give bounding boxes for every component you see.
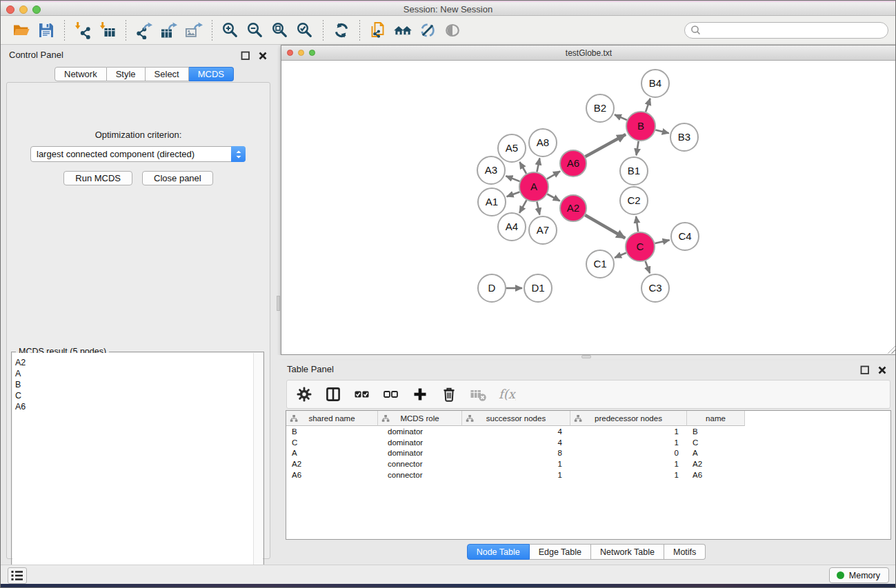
add-column-button[interactable]	[408, 383, 432, 405]
node-A6[interactable]: A6	[560, 150, 586, 176]
main-area: Control Panel NetworkStyleSelectMCDS Opt…	[1, 45, 895, 565]
memory-button[interactable]: Memory	[829, 567, 889, 583]
node-B4[interactable]: B4	[641, 70, 669, 97]
export-network-button[interactable]	[132, 19, 157, 42]
delete-column-icon	[440, 385, 458, 403]
edge-B-B1	[637, 141, 639, 156]
import-network-button[interactable]	[70, 19, 95, 42]
close-panel-button[interactable]: Close panel	[142, 171, 213, 185]
mcds-result-item[interactable]: B	[15, 379, 253, 390]
tab-edge-table[interactable]: Edge Table	[530, 544, 591, 560]
mcds-result-item[interactable]: A6	[15, 401, 253, 412]
node-A1[interactable]: A1	[478, 188, 506, 216]
table-row[interactable]: Bdominator41B	[286, 426, 890, 437]
table-cell: 4	[462, 438, 570, 447]
table-cell: 8	[462, 449, 570, 457]
node-B[interactable]: B	[626, 112, 655, 141]
column-header-predecessor-nodes[interactable]: predecessor nodes	[570, 411, 687, 426]
table-cell: A6	[687, 471, 745, 479]
select-all-checkboxes-button[interactable]	[350, 383, 374, 405]
node-A8[interactable]: A8	[529, 129, 557, 156]
deselect-all-checkboxes-button[interactable]	[379, 383, 403, 405]
node-D[interactable]: D	[478, 274, 506, 302]
homes-button[interactable]	[390, 19, 415, 42]
zoom-out-icon	[246, 21, 264, 39]
float-panel-icon[interactable]	[239, 50, 252, 62]
mcds-result-item[interactable]: A	[15, 368, 253, 379]
column-header-shared-name[interactable]: shared name	[286, 411, 378, 426]
run-mcds-button[interactable]: Run MCDS	[63, 171, 132, 185]
export-table-button[interactable]	[157, 19, 181, 42]
table-row[interactable]: Cdominator41C	[286, 437, 890, 448]
optimization-criterion-dropdown[interactable]: largest connected component (directed)	[30, 146, 246, 162]
node-D1[interactable]: D1	[524, 274, 552, 302]
search-field[interactable]	[684, 22, 888, 39]
svg-text:A: A	[530, 181, 537, 192]
export-image-button[interactable]	[181, 19, 206, 42]
node-A4[interactable]: A4	[498, 213, 526, 241]
zoom-in-button[interactable]	[218, 19, 243, 42]
refresh-button[interactable]	[329, 19, 354, 42]
node-C1[interactable]: C1	[586, 250, 614, 278]
column-header-successor-nodes[interactable]: successor nodes	[462, 411, 570, 426]
node-A[interactable]: A	[519, 172, 548, 201]
control-panel: Control Panel NetworkStyleSelectMCDS Opt…	[1, 45, 276, 565]
resize-grip[interactable]	[888, 346, 895, 354]
control-panel-tabs: NetworkStyleSelectMCDS	[54, 67, 234, 81]
network-canvas[interactable]: B4B2BB3A8A5A6A3B1AC2A1A2A4A7C4CC1C3DD1	[281, 61, 896, 354]
show-graphics-details-button[interactable]	[440, 19, 465, 42]
mcds-result-item[interactable]: A2	[15, 357, 253, 368]
toggle-columns-button[interactable]	[321, 383, 345, 405]
svg-text:C1: C1	[593, 258, 606, 270]
tab-motifs[interactable]: Motifs	[664, 544, 706, 560]
node-C3[interactable]: C3	[641, 274, 669, 302]
float-panel-icon[interactable]	[859, 364, 871, 376]
column-header-name[interactable]: name	[687, 411, 745, 426]
scrollbar[interactable]	[253, 353, 263, 588]
toolbar-separator	[126, 20, 126, 41]
save-session-button[interactable]	[34, 19, 59, 42]
node-B1[interactable]: B1	[620, 157, 648, 185]
node-B3[interactable]: B3	[670, 123, 698, 151]
delete-column-button[interactable]	[437, 383, 461, 405]
settings-gear-button[interactable]	[292, 383, 316, 405]
zoom-selected-button[interactable]	[292, 19, 317, 42]
node-A5[interactable]: A5	[498, 134, 526, 162]
os-titlebar: Session: New Session	[1, 1, 895, 16]
svg-text:C4: C4	[678, 230, 691, 242]
node-A2[interactable]: A2	[560, 195, 586, 221]
column-header-MCDS-role[interactable]: MCDS role	[378, 411, 462, 426]
import-table-button[interactable]	[95, 19, 120, 42]
panel-list-button[interactable]	[8, 567, 27, 584]
zoom-selected-icon	[296, 21, 314, 39]
table-cell: 1	[570, 438, 687, 447]
hide-graphics-details-button[interactable]	[415, 19, 440, 42]
table-cell: C	[687, 438, 745, 447]
tab-mcds[interactable]: MCDS	[189, 67, 234, 81]
zoom-fit-button[interactable]	[268, 19, 292, 42]
search-input[interactable]	[702, 24, 888, 37]
main-toolbar	[1, 16, 895, 45]
tab-network-table[interactable]: Network Table	[591, 544, 664, 560]
table-row[interactable]: Adominator80A	[286, 447, 890, 458]
node-A7[interactable]: A7	[529, 216, 557, 244]
node-B2[interactable]: B2	[586, 94, 614, 122]
node-C4[interactable]: C4	[671, 223, 699, 250]
svg-text:A3: A3	[485, 164, 497, 176]
close-panel-icon[interactable]	[876, 364, 888, 376]
edge-A-A7	[537, 202, 539, 215]
node-C[interactable]: C	[626, 232, 655, 261]
mcds-result-item[interactable]: C	[15, 390, 253, 401]
table-row[interactable]: A6connector11A6	[286, 469, 890, 480]
open-session-button[interactable]	[9, 19, 34, 42]
tab-style[interactable]: Style	[107, 67, 146, 81]
tab-select[interactable]: Select	[146, 67, 189, 81]
close-panel-icon[interactable]	[257, 50, 269, 62]
node-C2[interactable]: C2	[620, 187, 648, 214]
zoom-out-button[interactable]	[243, 19, 268, 42]
node-A3[interactable]: A3	[477, 156, 505, 184]
table-row[interactable]: A2connector11A2	[286, 458, 890, 469]
duplicate-network-button[interactable]	[366, 19, 390, 42]
tab-network[interactable]: Network	[54, 67, 107, 81]
tab-node-table[interactable]: Node Table	[467, 544, 530, 560]
